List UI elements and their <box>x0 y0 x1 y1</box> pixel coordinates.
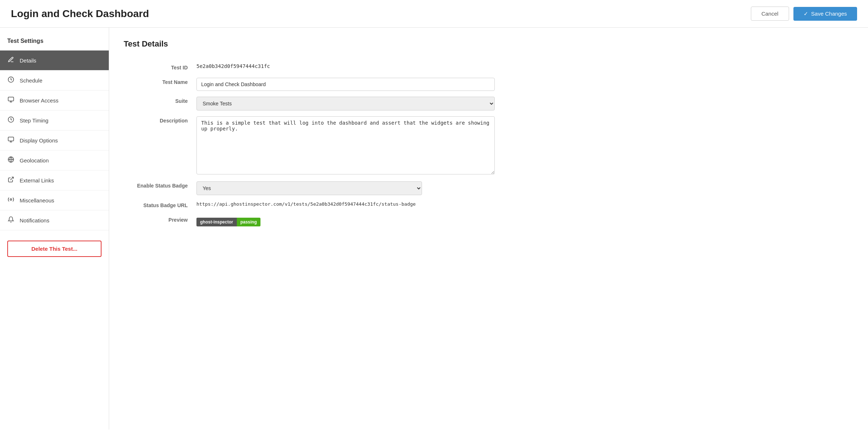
save-button[interactable]: ✓ Save Changes <box>793 7 857 21</box>
details-form: Test ID 5e2a0b342d0f5947444c31fc Test Na… <box>124 60 853 229</box>
delete-test-button[interactable]: Delete This Test... <box>7 241 101 257</box>
cancel-button[interactable]: Cancel <box>751 7 789 21</box>
display-options-icon <box>7 136 15 144</box>
miscellaneous-icon <box>7 196 15 204</box>
status-badge-url-value: https://api.ghostinspector.com/v1/tests/… <box>196 198 416 210</box>
test-name-input[interactable] <box>196 78 495 91</box>
sidebar-item-external-links[interactable]: External Links <box>0 170 109 190</box>
details-label: Details <box>20 57 36 64</box>
enable-status-badge-row: Enable Status Badge Yes <box>124 178 853 198</box>
sidebar-item-browser-access[interactable]: Browser Access <box>0 90 109 110</box>
sidebar: Test Settings Details <box>0 28 109 430</box>
suite-row: Suite Smoke Tests <box>124 94 853 113</box>
svg-point-10 <box>10 199 12 201</box>
test-id-label: Test ID <box>124 60 196 75</box>
sidebar-item-miscellaneous[interactable]: Miscellaneous <box>0 190 109 210</box>
miscellaneous-label: Miscellaneous <box>20 197 54 204</box>
test-name-label: Test Name <box>124 75 196 94</box>
save-label: Save Changes <box>811 11 847 17</box>
main-layout: Test Settings Details <box>0 28 868 430</box>
svg-line-9 <box>11 177 13 180</box>
sidebar-item-details[interactable]: Details <box>0 50 109 71</box>
description-textarea[interactable] <box>196 116 495 174</box>
svg-rect-4 <box>8 137 14 141</box>
sidebar-item-notifications[interactable]: Notifications <box>0 210 109 230</box>
notifications-icon <box>7 216 15 224</box>
sidebar-footer: Delete This Test... <box>0 230 109 257</box>
sidebar-nav: Details Schedule <box>0 50 109 230</box>
external-links-label: External Links <box>20 177 54 184</box>
schedule-icon <box>7 76 15 84</box>
sidebar-section-title: Test Settings <box>0 38 109 50</box>
sidebar-item-schedule[interactable]: Schedule <box>0 71 109 90</box>
main-content: Test Details Test ID 5e2a0b342d0f5947444… <box>109 28 868 430</box>
external-links-icon <box>7 176 15 184</box>
browser-access-icon <box>7 96 15 104</box>
sidebar-item-display-options[interactable]: Display Options <box>0 130 109 150</box>
preview-badge-right: passing <box>237 218 260 226</box>
content-title: Test Details <box>124 39 853 49</box>
preview-row: Preview ghost-inspector passing <box>124 213 853 229</box>
test-id-row: Test ID 5e2a0b342d0f5947444c31fc <box>124 60 853 75</box>
display-options-label: Display Options <box>20 137 58 144</box>
step-timing-icon <box>7 116 15 124</box>
step-timing-label: Step Timing <box>20 117 48 124</box>
suite-select[interactable]: Smoke Tests <box>196 97 495 110</box>
status-badge-url-row: Status Badge URL https://api.ghostinspec… <box>124 198 853 213</box>
geolocation-label: Geolocation <box>20 157 49 164</box>
preview-label: Preview <box>124 213 196 229</box>
preview-badge: ghost-inspector passing <box>196 218 260 226</box>
test-name-row: Test Name <box>124 75 853 94</box>
svg-rect-1 <box>8 97 14 101</box>
browser-access-label: Browser Access <box>20 97 59 104</box>
notifications-label: Notifications <box>20 217 49 223</box>
geolocation-icon <box>7 156 15 164</box>
test-id-value: 5e2a0b342d0f5947444c31fc <box>196 60 270 73</box>
suite-label: Suite <box>124 94 196 113</box>
page-header: Login and Check Dashboard Cancel ✓ Save … <box>0 0 868 28</box>
schedule-label: Schedule <box>20 77 43 84</box>
details-icon <box>7 56 15 64</box>
sidebar-item-step-timing[interactable]: Step Timing <box>0 110 109 130</box>
save-check-icon: ✓ <box>804 11 808 17</box>
enable-status-badge-select[interactable]: Yes <box>196 181 422 195</box>
status-badge-url-label: Status Badge URL <box>124 198 196 213</box>
preview-badge-left: ghost-inspector <box>196 218 237 226</box>
description-label: Description <box>124 113 196 178</box>
sidebar-item-geolocation[interactable]: Geolocation <box>0 150 109 170</box>
enable-status-badge-label: Enable Status Badge <box>124 178 196 198</box>
description-row: Description <box>124 113 853 178</box>
header-actions: Cancel ✓ Save Changes <box>751 7 857 21</box>
page-title: Login and Check Dashboard <box>11 8 149 20</box>
